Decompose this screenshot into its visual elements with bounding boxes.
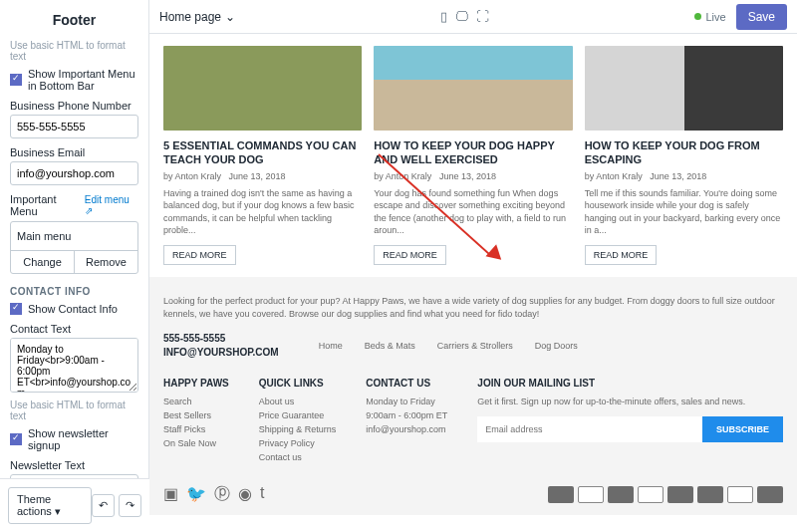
settings-sidebar: Footer Use basic HTML to format text Sho…: [0, 0, 149, 532]
footer-link[interactable]: About us: [259, 397, 337, 406]
menu-value: Main menu: [11, 222, 137, 250]
blog-title[interactable]: HOW TO KEEP YOUR DOG FROM ESCAPING: [585, 138, 783, 167]
newsletter-desc: Get it first. Sign up now for up-to-the-…: [477, 397, 783, 406]
footer-col-title: QUICK LINKS: [259, 378, 337, 389]
footer-link[interactable]: Search: [163, 397, 229, 406]
live-status: Live: [694, 11, 725, 23]
pinterest-icon[interactable]: ⓟ: [214, 484, 230, 505]
menu-selector: Main menu Change Remove: [10, 221, 138, 274]
footer-col: QUICK LINKS About us Price Guarantee Shi…: [259, 378, 337, 466]
blog-cards: 5 ESSENTIAL COMMANDS YOU CAN TEACH YOUR …: [149, 34, 797, 277]
footer-menu-link[interactable]: Carriers & Strollers: [437, 341, 513, 351]
sidebar-title: Footer: [10, 8, 138, 36]
hint-text: Use basic HTML to format text: [10, 399, 138, 421]
page-selector[interactable]: Home page ⌄: [159, 10, 235, 24]
payment-icons: [548, 486, 783, 503]
blog-meta: by Anton Kraly June 13, 2018: [163, 171, 362, 181]
footer-text: Monday to Friday: [366, 397, 447, 406]
visa-icon: [757, 486, 783, 503]
undo-button[interactable]: ↶: [92, 494, 115, 517]
hint-text: Use basic HTML to format text: [10, 40, 138, 62]
footer-link[interactable]: On Sale Now: [163, 438, 229, 448]
footer-link[interactable]: Shipping & Returns: [259, 424, 337, 434]
newsletter-block: JOIN OUR MAILING LIST Get it first. Sign…: [477, 378, 783, 466]
mobile-view-icon[interactable]: ▯: [440, 9, 447, 24]
amex-icon: [548, 486, 574, 503]
blog-excerpt: Having a trained dog isn't the same as h…: [163, 187, 362, 237]
checkbox-label: Show Important Menu in Bottom Bar: [28, 68, 138, 92]
live-dot-icon: [694, 13, 701, 20]
footer-menu-link[interactable]: Dog Doors: [535, 341, 578, 351]
blog-excerpt: Your dog has found something fun When do…: [374, 187, 572, 237]
newsletter-text-label: Newsletter Text: [10, 459, 138, 471]
checkbox-label: Show Contact Info: [28, 303, 118, 315]
show-newsletter-checkbox[interactable]: [10, 433, 22, 445]
email-input[interactable]: [10, 161, 138, 185]
contact-text-label: Contact Text: [10, 323, 138, 335]
blog-image[interactable]: [163, 46, 362, 131]
social-icons: ▣ 🐦 ⓟ ◉ t: [163, 484, 264, 505]
phone-input[interactable]: [10, 115, 138, 138]
edit-menu-link[interactable]: Edit menu ⇗: [85, 194, 138, 216]
footer-col-title: CONTACT US: [366, 378, 447, 389]
footer-link[interactable]: Price Guarantee: [259, 410, 337, 420]
footer-link[interactable]: Staff Picks: [163, 424, 229, 434]
blog-excerpt: Tell me if this sounds familiar. You're …: [585, 187, 783, 237]
mastercard-icon: [697, 486, 723, 503]
footer-text: info@yourshop.com: [366, 424, 447, 434]
footer-col: CONTACT US Monday to Friday 9:00am - 6:0…: [366, 378, 447, 466]
footer-menu: Home Beds & Mats Carriers & Strollers Do…: [319, 341, 578, 351]
facebook-icon[interactable]: ▣: [163, 484, 178, 505]
footer-contact-block: 555-555-5555 INFO@YOURSHOP.COM: [163, 332, 279, 360]
blog-card: HOW TO KEEP YOUR DOG HAPPY AND WELL EXER…: [374, 46, 572, 265]
blog-image[interactable]: [374, 46, 572, 131]
blog-image[interactable]: [585, 46, 783, 131]
email-label: Business Email: [10, 146, 138, 158]
footer-menu-link[interactable]: Beds & Mats: [365, 341, 415, 351]
blog-title[interactable]: 5 ESSENTIAL COMMANDS YOU CAN TEACH YOUR …: [163, 138, 362, 167]
blog-meta: by Anton Kraly June 13, 2018: [374, 171, 572, 181]
footer-link[interactable]: Privacy Policy: [259, 438, 337, 448]
instagram-icon[interactable]: ◉: [238, 484, 252, 505]
read-more-button[interactable]: READ MORE: [163, 245, 236, 265]
fullscreen-icon[interactable]: ⛶: [476, 9, 489, 24]
show-important-menu-checkbox[interactable]: [10, 74, 22, 86]
chevron-down-icon: ⌄: [225, 10, 235, 24]
jcb-icon: [667, 486, 693, 503]
sidebar-footer: Theme actions ▾ ↶ ↷: [0, 478, 149, 532]
footer-link[interactable]: Best Sellers: [163, 410, 229, 420]
subscribe-button[interactable]: SUBSCRIBE: [702, 416, 783, 442]
footer-col-title: HAPPY PAWS: [163, 378, 229, 389]
newsletter-email-input[interactable]: [477, 416, 702, 442]
footer-description: Looking for the perfect product for your…: [163, 295, 783, 322]
change-button[interactable]: Change: [11, 251, 75, 273]
blog-card: 5 ESSENTIAL COMMANDS YOU CAN TEACH YOUR …: [163, 46, 362, 265]
theme-actions-button[interactable]: Theme actions ▾: [8, 487, 92, 524]
apple-pay-icon: [578, 486, 604, 503]
tumblr-icon[interactable]: t: [260, 484, 264, 505]
phone-label: Business Phone Number: [10, 100, 138, 112]
twitter-icon[interactable]: 🐦: [186, 484, 206, 505]
preview-pane: 5 ESSENTIAL COMMANDS YOU CAN TEACH YOUR …: [149, 34, 797, 532]
read-more-button[interactable]: READ MORE: [374, 245, 446, 265]
important-menu-label: Important Menu: [10, 193, 85, 217]
footer-link[interactable]: Contact us: [259, 452, 337, 462]
blog-meta: by Anton Kraly June 13, 2018: [585, 171, 783, 181]
desktop-view-icon[interactable]: 🖵: [455, 9, 468, 24]
paypal-icon: [727, 486, 753, 503]
blog-title[interactable]: HOW TO KEEP YOUR DOG HAPPY AND WELL EXER…: [374, 138, 572, 167]
redo-button[interactable]: ↷: [119, 494, 141, 517]
topbar: Home page ⌄ ▯ 🖵 ⛶ Live Save: [149, 0, 797, 34]
diners-icon: [608, 486, 634, 503]
show-contact-checkbox[interactable]: [10, 303, 22, 315]
footer-text: 9:00am - 6:00pm ET: [366, 410, 447, 420]
footer-preview: Looking for the perfect product for your…: [149, 277, 797, 515]
remove-button[interactable]: Remove: [75, 251, 137, 273]
checkbox-label: Show newsletter signup: [28, 427, 138, 451]
save-button[interactable]: Save: [736, 4, 787, 30]
read-more-button[interactable]: READ MORE: [585, 245, 658, 265]
newsletter-title: JOIN OUR MAILING LIST: [477, 378, 783, 389]
footer-menu-link[interactable]: Home: [319, 341, 343, 351]
contact-text-input[interactable]: Monday to Friday<br>9:00am - 6:00pm ET<b…: [10, 338, 138, 393]
contact-section: CONTACT INFO: [10, 286, 138, 297]
